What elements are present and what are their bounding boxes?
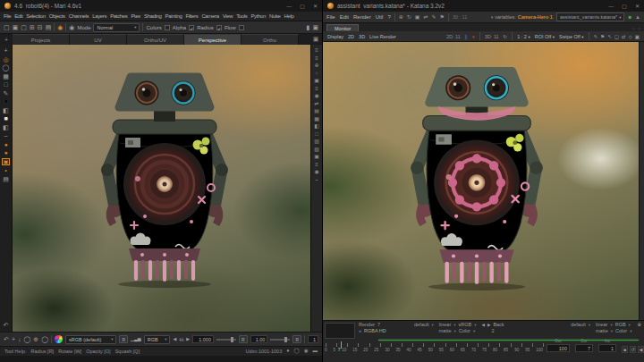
mari-menu-item[interactable]: Objects: [48, 13, 66, 19]
exposure-reset-button[interactable]: R: [239, 335, 248, 343]
palette-icon[interactable]: ≡: [315, 55, 318, 61]
mari-menu-item[interactable]: Nuke: [268, 13, 282, 19]
cur-field[interactable]: 7: [575, 344, 593, 352]
colorspace-select-back[interactable]: RGB: [615, 322, 626, 327]
katana-menu-item[interactable]: Render: [353, 14, 371, 20]
toolbar-end-icon[interactable]: ▮: [307, 24, 310, 30]
palette-icon[interactable]: ▥: [314, 139, 319, 144]
katana-toolbar-icon[interactable]: ↻: [407, 14, 411, 20]
palette-icon[interactable]: ≡: [315, 47, 318, 53]
gamma-reset-button[interactable]: R: [292, 335, 301, 343]
colorspace-reset-button[interactable]: R: [119, 335, 128, 343]
color-wheel-icon[interactable]: [55, 335, 63, 343]
tool-icon[interactable]: ●: [4, 149, 7, 156]
scrollbar-strip[interactable]: [639, 42, 644, 320]
layout-icon[interactable]: ▣: [309, 34, 322, 45]
katana-toolbar-icon[interactable]: ⇄: [423, 14, 428, 20]
monitor-settings-gear-icon[interactable]: ⊕: [637, 322, 641, 327]
tool-icon[interactable]: ■: [4, 98, 7, 105]
tool-icon[interactable]: ↶: [4, 322, 9, 328]
tool-icon[interactable]: ◎: [3, 56, 8, 63]
toolbar-end-icon[interactable]: ▣: [312, 24, 318, 30]
katana-monitor-viewport[interactable]: [323, 42, 639, 320]
monitor-tool-icon[interactable]: ⚑: [600, 34, 605, 39]
playback-button[interactable]: ↺: [630, 346, 636, 353]
mari-menu-item[interactable]: Filters: [184, 13, 199, 19]
katana-toolbar-icon[interactable]: ⊕: [399, 14, 403, 20]
monitor-tool-icon[interactable]: ⇄: [622, 34, 626, 39]
katana-menu-item[interactable]: Util: [376, 14, 384, 20]
live-render-button[interactable]: Live Render: [369, 34, 396, 39]
gamma-field[interactable]: 1.00: [250, 335, 268, 343]
display-menu[interactable]: Display: [327, 34, 343, 39]
next-icon[interactable]: ▶: [186, 337, 190, 341]
palette-icon[interactable]: ○: [315, 71, 318, 76]
channel-select-back[interactable]: Color: [615, 328, 627, 333]
timeline-ruler[interactable]: 0510152025303540455055606570758085909510…: [326, 343, 544, 358]
mari-menu-item[interactable]: Camera: [200, 13, 219, 19]
matte-select-front[interactable]: matte: [439, 328, 452, 333]
katana-toolbar-icon[interactable]: ✎: [431, 14, 436, 20]
playback-button[interactable]: ◀: [638, 346, 644, 353]
alpha-checkbox[interactable]: ✓: [189, 25, 194, 30]
palette-icon[interactable]: ⊕: [314, 63, 318, 68]
colors-checkbox[interactable]: [165, 25, 170, 30]
message-warning-icon[interactable]: ▲: [635, 14, 640, 20]
mari-menu-item[interactable]: Ptex: [130, 13, 141, 19]
palette-icon[interactable]: ⇄: [314, 101, 318, 106]
canvas-nav-icon[interactable]: +: [12, 336, 15, 342]
monitor-tool-icon[interactable]: ✎: [594, 34, 598, 39]
render-thumbnail[interactable]: [325, 323, 355, 339]
view-tab[interactable]: Projects: [13, 34, 70, 45]
palette-icon[interactable]: ▤: [314, 108, 319, 114]
mari-menu-item[interactable]: View: [222, 13, 234, 19]
mode-select[interactable]: Normal ▾: [93, 23, 140, 32]
variables-select[interactable]: ▾ variables: Camera-Hero 1: [491, 14, 553, 20]
close-button[interactable]: ✕: [313, 3, 318, 9]
pause-icon[interactable]: ∥: [465, 34, 468, 39]
tool-icon[interactable]: ▣: [2, 158, 11, 165]
mode-3d-button[interactable]: 3D: [359, 34, 365, 39]
monitor-tool-icon[interactable]: ▣: [635, 34, 640, 39]
channel-select[interactable]: RGB ▾: [144, 335, 171, 344]
palette-icon[interactable]: ▣: [314, 154, 319, 159]
katana-toolbar-icon[interactable]: ▣: [415, 14, 420, 20]
histogram-icon[interactable]: ▁▃▅: [131, 337, 141, 341]
file-action-icon[interactable]: ⊞: [30, 24, 35, 30]
palette-icon[interactable]: ▧: [314, 147, 319, 152]
tool-icon[interactable]: ◧: [3, 124, 9, 130]
palette-icon[interactable]: ≡: [315, 86, 318, 91]
katana-menu-item[interactable]: ?: [387, 14, 390, 20]
monitor-tool-icon[interactable]: ◇: [629, 34, 632, 39]
robot-model[interactable]: [75, 64, 254, 288]
tool-icon[interactable]: ▤: [3, 176, 9, 182]
palette-icon[interactable]: ◧: [314, 123, 319, 129]
palette-icon[interactable]: ◉: [314, 93, 318, 98]
mode-2d-button[interactable]: 2D: [348, 34, 354, 39]
katana-toolbar-icon[interactable]: ⚑: [440, 14, 445, 20]
canvas-nav-icon[interactable]: ◯: [23, 336, 30, 342]
mari-menu-item[interactable]: Channels: [68, 13, 90, 19]
lut-select-front[interactable]: default▾: [414, 322, 434, 327]
exposure-slider[interactable]: [216, 339, 236, 341]
colorspace-select[interactable]: sRGB (default) ▾: [65, 335, 116, 344]
file-action-icon[interactable]: ▢: [21, 24, 27, 30]
transfer-select-back[interactable]: linear: [596, 322, 607, 327]
monitor-tool-icon[interactable]: ▢: [614, 34, 619, 39]
maximize-button[interactable]: ▢: [622, 3, 627, 9]
refresh-icon[interactable]: ↻: [504, 34, 508, 39]
palette-icon[interactable]: ▦: [314, 116, 319, 122]
radius-checkbox[interactable]: ✓: [216, 25, 222, 30]
gamma-slider[interactable]: [270, 339, 290, 341]
mari-menu-item[interactable]: Selection: [25, 13, 47, 19]
file-action-icon[interactable]: ▢: [4, 24, 10, 30]
katana-titlebar[interactable]: assistant_variants.katana* - Katana 3.2v…: [323, 0, 644, 12]
file-action-icon[interactable]: ▤: [46, 24, 52, 30]
maximize-button[interactable]: ▢: [300, 3, 305, 9]
canvas-nav-icon[interactable]: ◯: [41, 336, 48, 342]
mari-menu-item[interactable]: Layers: [91, 13, 107, 19]
katana-menu-item[interactable]: Edit: [340, 14, 349, 20]
file-action-icon[interactable]: ▣: [13, 24, 19, 30]
tool-icon[interactable]: ●: [4, 141, 7, 147]
canvas-nav-icon[interactable]: ⊕: [33, 336, 38, 342]
